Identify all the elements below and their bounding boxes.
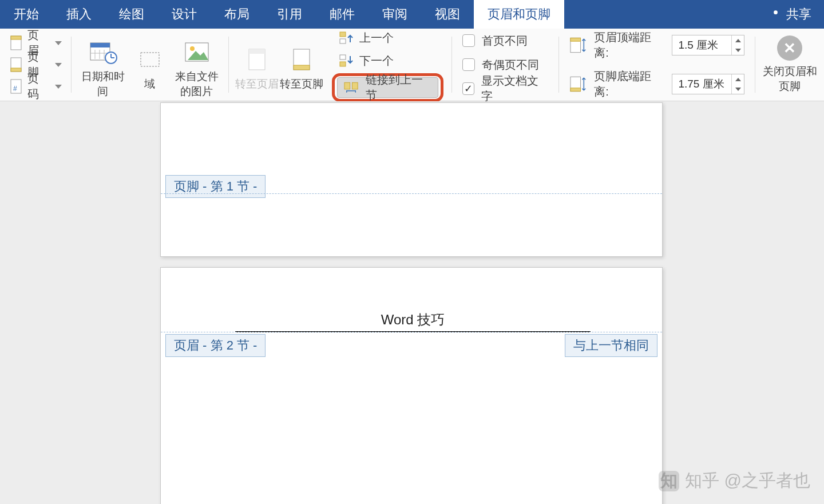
prev-label: 上一个 [359,30,394,46]
group-insert: 日期和时间 域 来自文件的图片 [72,29,228,101]
document-area: 页脚 - 第 1 节 - Word 技巧 页眉 - 第 2 节 - 与上一节相同 [0,101,824,504]
header-icon [9,35,23,51]
datetime-label: 日期和时间 [77,69,129,99]
pagenum-button[interactable]: # 页码 [6,76,65,97]
svg-rect-2 [11,36,21,39]
svg-rect-28 [340,62,346,66]
picture-button[interactable]: 来自文件的图片 [171,30,223,99]
svg-rect-23 [294,65,310,70]
diff-oddeven-checkbox[interactable]: 奇偶页不同 [462,54,548,75]
svg-marker-37 [735,78,741,81]
next-icon [338,54,354,68]
group-nav: 上一个 下一个 链接到上一节 [330,29,451,101]
svg-rect-24 [340,32,346,37]
prev-icon [338,31,354,45]
footer-boundary [161,193,662,194]
picture-icon [183,41,211,64]
header-content[interactable]: Word 技巧 [235,311,591,332]
svg-rect-36 [571,88,581,92]
goto-footer-label: 转至页脚 [280,77,323,92]
header-distance-value: 1.5 厘米 [672,38,731,53]
goto-header-button: 转至页眉 [235,38,279,92]
show-doctext-checkbox[interactable]: ✓ 显示文档文字 [462,78,548,99]
datetime-button[interactable]: 日期和时间 [77,30,129,99]
svg-rect-29 [344,82,350,89]
tab-design[interactable]: 设计 [158,0,211,29]
footer-distance-value: 1.75 厘米 [672,77,731,92]
goto-header-label: 转至页眉 [235,77,279,92]
svg-rect-16 [141,53,159,66]
footer-distance-input[interactable]: 1.75 厘米 [672,74,744,94]
field-button[interactable]: 域 [131,38,169,92]
show-doctext-label: 显示文档文字 [481,73,548,104]
spinner-arrows[interactable] [731,35,744,55]
tab-header-footer[interactable]: 页眉和页脚 [474,0,564,29]
tab-home[interactable]: 开始 [0,0,53,29]
svg-rect-21 [249,49,265,54]
tab-insert[interactable]: 插入 [53,0,105,29]
field-icon [137,49,163,70]
group-position: 页眉顶端距离: 1.5 厘米 页脚底端距离: 1.75 厘米 [559,29,755,101]
footer-distance-icon [569,76,586,93]
header-distance-input[interactable]: 1.5 厘米 [672,35,744,55]
svg-point-18 [190,46,195,51]
next-button[interactable]: 下一个 [332,50,443,71]
diff-oddeven-label: 奇偶页不同 [482,57,539,73]
tab-references[interactable]: 引用 [263,0,316,29]
svg-point-0 [774,10,778,14]
header-boundary [161,332,662,332]
footer-tag-section1: 页脚 - 第 1 节 - [165,175,266,198]
link-prev-button[interactable]: 链接到上一节 [337,77,438,98]
next-label: 下一个 [359,53,394,69]
header-distance-icon [569,37,586,54]
svg-rect-27 [340,55,346,59]
diff-first-label: 首页不同 [482,33,528,49]
tab-view[interactable]: 视图 [421,0,474,29]
share-icon [771,9,783,20]
same-as-previous-tag: 与上一节相同 [565,334,657,357]
spinner-arrows[interactable] [731,74,744,94]
group-options: 首页不同 奇偶页不同 ✓ 显示文档文字 [452,29,558,101]
svg-rect-8 [90,43,110,47]
header-distance-label: 页眉顶端距离: [594,30,664,61]
page-1[interactable]: 页脚 - 第 1 节 - [160,102,663,257]
footer-distance-label: 页脚底端距离: [594,69,664,100]
link-prev-icon [343,81,360,94]
diff-first-checkbox[interactable]: 首页不同 [462,30,548,51]
goto-header-icon [245,47,268,72]
dropdown-icon [55,41,62,45]
close-hf-button[interactable]: ✕ 关闭页眉和页脚 [761,35,818,94]
tab-layout[interactable]: 布局 [211,0,263,29]
close-icon: ✕ [777,35,802,61]
svg-rect-25 [340,39,346,43]
group-goto: 转至页眉 转至页脚 [229,29,330,101]
field-label: 域 [144,77,155,92]
datetime-icon [88,39,118,65]
svg-rect-30 [352,82,358,89]
tab-strip: 开始 插入 绘图 设计 布局 引用 邮件 审阅 视图 页眉和页脚 共享 [0,0,824,29]
tab-mailings[interactable]: 邮件 [316,0,369,29]
ribbon: 页眉 页脚 # 页码 日期和时间 域 [0,29,824,101]
checkbox-icon [462,58,475,71]
pagenum-icon: # [9,78,23,94]
tab-draw[interactable]: 绘图 [105,0,158,29]
svg-text:#: # [13,85,17,93]
share-label: 共享 [786,6,811,23]
header-tag-section2: 页眉 - 第 2 节 - [165,334,266,357]
svg-rect-4 [11,68,21,72]
share-button[interactable]: 共享 [771,0,811,29]
page-2[interactable]: Word 技巧 页眉 - 第 2 节 - 与上一节相同 [160,267,663,504]
prev-button[interactable]: 上一个 [332,27,443,48]
group-hf: 页眉 页脚 # 页码 [0,29,71,101]
highlight-ring: 链接到上一节 [332,73,443,102]
checkbox-icon [462,34,475,47]
svg-marker-38 [735,88,741,91]
link-prev-label: 链接到上一节 [366,72,432,103]
dropdown-icon [55,63,62,67]
dropdown-icon [55,85,62,89]
checkbox-checked-icon: ✓ [462,82,474,95]
goto-footer-button[interactable]: 转至页脚 [279,38,324,92]
close-label: 关闭页眉和页脚 [761,64,818,94]
svg-marker-33 [735,39,741,42]
tab-review[interactable]: 审阅 [369,0,421,29]
